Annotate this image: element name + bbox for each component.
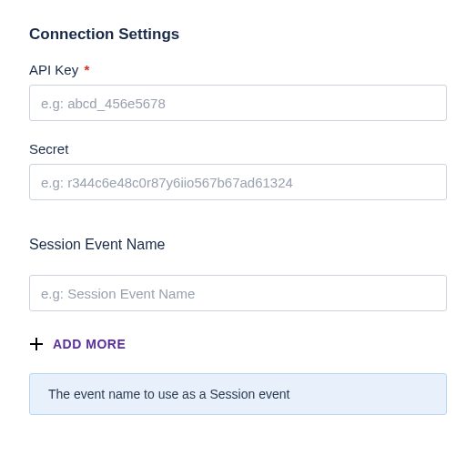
plus-icon [29, 337, 44, 351]
api-key-label: API Key * [29, 62, 447, 77]
secret-field-group: Secret [29, 141, 447, 200]
section-title: Connection Settings [29, 25, 447, 44]
required-star-icon: * [84, 62, 89, 77]
session-event-input[interactable] [29, 275, 447, 311]
api-key-field-group: API Key * [29, 62, 447, 121]
secret-input[interactable] [29, 164, 447, 200]
api-key-input[interactable] [29, 85, 447, 121]
session-event-field-group [29, 275, 447, 311]
api-key-label-text: API Key [29, 62, 78, 77]
add-more-label: ADD MORE [53, 337, 126, 351]
session-event-heading: Session Event Name [29, 237, 447, 253]
session-event-help-text: The event name to use as a Session event [29, 373, 447, 415]
secret-label: Secret [29, 141, 447, 157]
add-more-button[interactable]: ADD MORE [29, 337, 447, 351]
